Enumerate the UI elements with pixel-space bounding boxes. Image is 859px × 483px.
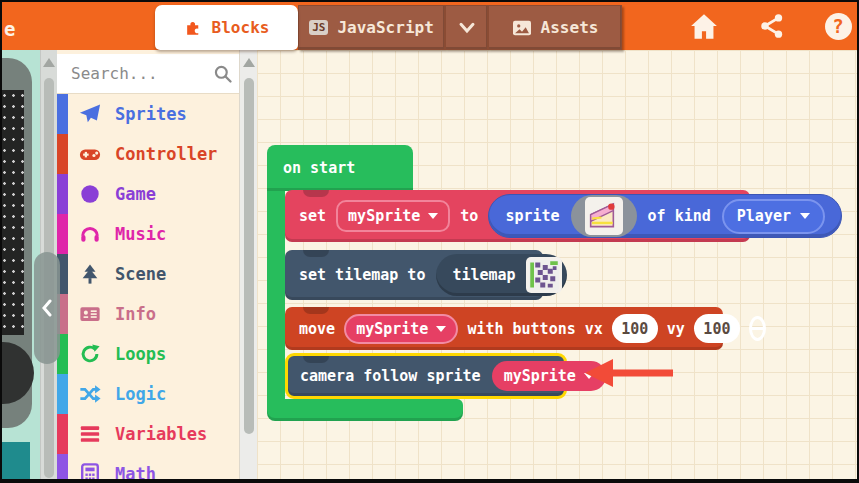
kind-dropdown-player[interactable]: Player	[722, 199, 825, 234]
js-badge-icon: JS	[309, 20, 328, 35]
block-sprite-create[interactable]: sprite of kind Player	[488, 194, 842, 238]
chevron-down-icon	[428, 213, 438, 219]
scroll-up-arrow-icon[interactable]	[43, 58, 55, 67]
category-color-stripe	[57, 134, 68, 174]
sidebar-item-controller[interactable]: Controller	[57, 134, 239, 174]
arcade-device-screen	[2, 90, 24, 335]
block-notch	[303, 356, 329, 363]
block-notch	[303, 250, 329, 257]
block-on-start-footer	[267, 399, 463, 421]
chevron-left-icon	[41, 299, 53, 317]
category-color-stripe	[57, 214, 68, 254]
block-label: camera follow sprite	[300, 367, 481, 385]
category-label: Music	[115, 224, 166, 244]
category-label: Info	[115, 304, 156, 324]
cake-sprite-thumbnail	[585, 197, 623, 235]
sidebar-item-info[interactable]: Info	[57, 294, 239, 334]
sidebar-item-loops[interactable]: Loops	[57, 334, 239, 374]
sidebar-item-game[interactable]: Game	[57, 174, 239, 214]
sidebar-item-music[interactable]: Music	[57, 214, 239, 254]
sprite-image-slot[interactable]	[571, 195, 637, 237]
simulator-collapse-handle[interactable]	[34, 252, 60, 364]
sidebar-item-sprites[interactable]: Sprites	[57, 94, 239, 134]
block-notch	[303, 307, 329, 314]
search-icon[interactable]	[213, 64, 233, 84]
scrollbar-thumb[interactable]	[244, 78, 254, 434]
block-set-tilemap[interactable]: set tilemap to tilemap	[285, 250, 543, 300]
help-button[interactable]: ?	[822, 12, 854, 40]
block-label: with buttons vx	[467, 320, 602, 338]
category-color-stripe	[57, 414, 68, 454]
sidebar-item-scene[interactable]: Scene	[57, 254, 239, 294]
toolbox-search	[57, 54, 239, 94]
puzzle-icon	[184, 18, 203, 37]
help-icon: ?	[825, 13, 852, 40]
category-label: Math	[115, 464, 156, 483]
block-workspace[interactable]: on start set mySprite to sprite	[257, 50, 859, 483]
headphones-icon	[79, 223, 101, 245]
category-label: Game	[115, 184, 156, 204]
variable-name: mySprite	[504, 367, 576, 385]
tab-javascript[interactable]: JS JavaScript	[298, 5, 445, 50]
block-keyword: set	[299, 207, 326, 225]
variable-dropdown-mysprite[interactable]: mySprite	[344, 314, 458, 344]
bars-icon	[79, 423, 101, 445]
collapse-minus-icon[interactable]	[749, 316, 766, 341]
chevron-down-icon	[800, 213, 810, 219]
tab-blocks[interactable]: Blocks	[155, 5, 298, 50]
category-color-stripe	[57, 374, 68, 414]
share-icon	[759, 13, 785, 39]
home-button[interactable]	[688, 12, 720, 40]
category-label: Variables	[115, 424, 207, 444]
category-label: Loops	[115, 344, 166, 364]
annotation-arrow-icon	[577, 353, 677, 393]
block-label: on start	[267, 159, 355, 177]
chevron-down-icon	[458, 21, 476, 35]
tilemap-value[interactable]: tilemap	[436, 254, 566, 296]
makecode-arcade-editor: e Blocks JS JavaScript	[0, 0, 859, 483]
category-color-stripe	[57, 454, 68, 483]
vx-value-input[interactable]: 100	[612, 314, 658, 343]
tab-label: JavaScript	[337, 18, 433, 37]
block-move-with-buttons[interactable]: move mySprite with buttons vx 100 vy 100	[285, 307, 723, 350]
block-connector: to	[460, 207, 478, 225]
block-notch	[303, 190, 329, 197]
tab-label: Assets	[541, 18, 599, 37]
block-on-start-spine	[267, 191, 285, 399]
block-set-sprite[interactable]: set mySprite to sprite	[285, 190, 750, 242]
loop-arrow-icon	[79, 343, 101, 365]
block-label: sprite	[505, 207, 559, 225]
id-card-icon	[79, 303, 101, 325]
share-button[interactable]	[756, 12, 788, 40]
simulator-teal-element	[2, 442, 30, 483]
paper-plane-icon	[79, 103, 101, 125]
sidebar-item-variables[interactable]: Variables	[57, 414, 239, 454]
tab-assets[interactable]: Assets	[488, 5, 622, 50]
sidebar-item-math[interactable]: Math	[57, 454, 239, 483]
block-label: set tilemap to	[299, 266, 425, 284]
chevron-down-icon	[436, 326, 446, 332]
scroll-up-arrow-icon[interactable]	[243, 58, 255, 67]
toolbox-scrollbar[interactable]	[239, 50, 257, 483]
block-keyword: move	[299, 320, 335, 338]
variable-name: mySprite	[356, 320, 428, 338]
editor-toggle-dropdown[interactable]	[445, 5, 488, 50]
search-input[interactable]	[71, 64, 211, 83]
circle-icon	[79, 183, 101, 205]
block-camera-follow-sprite[interactable]: camera follow sprite mySprite	[285, 353, 567, 399]
category-color-stripe	[57, 94, 68, 134]
block-on-start[interactable]: on start	[267, 145, 413, 191]
sidebar-item-logic[interactable]: Logic	[57, 374, 239, 414]
image-icon	[512, 19, 532, 37]
tilemap-thumbnail[interactable]	[526, 257, 562, 293]
kind-name: Player	[737, 207, 791, 225]
variable-name: mySprite	[348, 207, 420, 225]
category-label: Scene	[115, 264, 166, 284]
tree-icon	[79, 263, 101, 285]
gamepad-icon	[79, 143, 101, 165]
shuffle-icon	[79, 383, 101, 405]
variable-dropdown-mysprite[interactable]: mySprite	[336, 200, 450, 232]
calculator-icon	[79, 463, 101, 483]
vy-value-input[interactable]: 100	[694, 314, 740, 343]
category-label: Sprites	[115, 104, 187, 124]
